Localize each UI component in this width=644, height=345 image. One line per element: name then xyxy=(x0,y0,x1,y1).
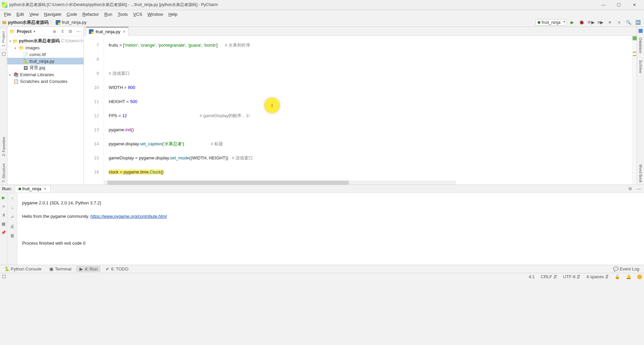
marker-strip[interactable] xyxy=(632,36,637,185)
status-bar: ☐ 4:1 CRLF ⇵ UTF-8 ⇵ 4 spaces ⇵ 🔓 🔔 xyxy=(0,273,644,280)
code-area[interactable]: 78910111213141516 fruits = ['melon', 'or… xyxy=(84,36,637,185)
run-down-button[interactable]: ↓ xyxy=(9,204,15,210)
db-icon[interactable] xyxy=(639,29,643,33)
h-scroll-thumb[interactable] xyxy=(107,181,349,185)
editor-tab-close[interactable]: ✕ xyxy=(122,30,125,34)
right-tab-database[interactable]: Database xyxy=(638,36,643,55)
debug-button[interactable]: 🐞 xyxy=(578,18,586,27)
menu-code[interactable]: Code xyxy=(64,11,80,17)
window-maximize[interactable]: ☐ xyxy=(611,0,627,10)
menu-view[interactable]: View xyxy=(26,11,41,17)
translate-button[interactable]: 🔤 xyxy=(634,18,642,27)
h-scrollbar[interactable] xyxy=(104,181,456,185)
project-hide-icon[interactable]: ― xyxy=(75,29,82,34)
tree-file-fruit-ninja[interactable]: 🐍fruit_ninja.py xyxy=(7,58,84,64)
tree-file-bg[interactable]: 🖼背景.jpg xyxy=(7,64,84,71)
tree-scratches[interactable]: 📋Scratches and Consoles xyxy=(7,78,84,85)
status-eol[interactable]: CRLF ⇵ xyxy=(541,274,557,279)
menu-window[interactable]: Window xyxy=(145,11,166,17)
term-icon: ▣ xyxy=(49,267,54,272)
menu-navigate[interactable]: Navigate xyxy=(41,11,64,17)
bottom-tab-terminal[interactable]: ▣Terminal xyxy=(46,266,74,272)
menu-tools[interactable]: Tools xyxy=(115,11,130,17)
coverage-button[interactable]: ⟳▶ xyxy=(587,18,595,27)
search-button[interactable]: 🔍 xyxy=(625,18,633,27)
run-config-dropdown[interactable]: fruit_ninja xyxy=(535,19,567,26)
svg-rect-5 xyxy=(91,32,94,34)
breadcrumb-sep: 〉 xyxy=(50,19,54,26)
breadcrumb-root[interactable]: python水果忍者源码 xyxy=(8,19,49,26)
todo-icon: ✔ xyxy=(105,267,110,272)
right-tab-sciview[interactable]: SciView xyxy=(638,58,643,75)
window-minimize[interactable]: ― xyxy=(596,0,611,10)
project-tree: ▾ 📁 python水果忍者源码 C:\Users\小 ▸📁images 📄co… xyxy=(7,36,84,185)
run-button[interactable]: ▶ xyxy=(568,18,576,27)
tree-root[interactable]: ▾ 📁 python水果忍者源码 C:\Users\小 xyxy=(7,38,84,44)
left-tab-structure[interactable]: 7: Structure xyxy=(1,161,6,185)
editor-tab[interactable]: fruit_ninja.py ✕ xyxy=(86,27,128,36)
attach-button[interactable]: ≡ xyxy=(606,18,614,27)
breadcrumb-file[interactable]: fruit_ninja.py xyxy=(62,20,87,25)
menu-help[interactable]: Help xyxy=(166,11,180,17)
project-settings-icon[interactable]: ⚙ xyxy=(67,29,73,34)
menu-refactor[interactable]: Refactor xyxy=(80,11,102,17)
stop-button[interactable]: ■ xyxy=(615,18,623,27)
tree-file-comic[interactable]: 📄comic.ttf xyxy=(7,51,84,58)
left-tab-icon[interactable] xyxy=(2,52,5,56)
profile-button[interactable]: ≡▶ xyxy=(596,18,604,27)
status-notif-icon[interactable]: 🔔 xyxy=(626,274,631,279)
editor-tabs: fruit_ninja.py ✕ xyxy=(84,27,637,36)
run-pause-button[interactable]: ⏸ xyxy=(1,212,6,218)
run-rerun-button[interactable]: ▶ xyxy=(1,195,6,200)
tree-ext-libs[interactable]: ▸📚External Libraries xyxy=(7,71,84,78)
run-clear-button[interactable]: 🗑 xyxy=(9,233,15,239)
module-icon: 📁 xyxy=(12,38,18,44)
status-icon[interactable]: ☐ xyxy=(2,274,6,279)
run-up-button[interactable]: ↑ xyxy=(9,195,15,201)
status-lock-icon[interactable]: 🔓 xyxy=(615,275,620,279)
project-dropdown-icon[interactable]: ▾ xyxy=(34,30,35,33)
console-output[interactable]: pygame 2.0.1 (SDL 2.0.14, Python 3.7.2)H… xyxy=(17,193,644,265)
bottom-tab-todo[interactable]: ✔6: TODO xyxy=(102,266,131,272)
tree-item-label: comic.ttf xyxy=(30,52,46,57)
bottom-tab-run[interactable]: ▶4: Run xyxy=(76,266,100,272)
menu-file[interactable]: File xyxy=(1,11,14,17)
run-wrap-button[interactable]: ⤶ xyxy=(9,214,15,220)
warning-marker[interactable] xyxy=(633,55,636,56)
window-close[interactable]: ✕ xyxy=(627,0,642,10)
run-hide-icon[interactable]: ― xyxy=(636,186,642,191)
warning-marker[interactable] xyxy=(633,52,636,53)
bottom-bar: 🐍Python Console▣Terminal▶4: Run✔6: TODO … xyxy=(0,265,644,273)
run-pin-button[interactable]: 📌 xyxy=(1,230,6,235)
project-collapse-icon[interactable]: ⥮ xyxy=(59,29,65,34)
status-pos[interactable]: 4:1 xyxy=(529,274,535,279)
run-settings-icon[interactable]: ⚙ xyxy=(627,186,633,191)
cursor-char: I xyxy=(271,103,273,108)
right-tab-wordbook[interactable]: Word Book xyxy=(638,162,643,185)
line-gutter: 78910111213141516 xyxy=(84,36,104,185)
left-tab-favorites[interactable]: 2: Favorites xyxy=(1,135,6,158)
menu-vcs[interactable]: VCS xyxy=(130,11,145,17)
status-gh-icon[interactable] xyxy=(637,275,642,279)
run-layout-button[interactable]: ▦ xyxy=(1,221,6,227)
run-body: ▶ ■ ⏸ ▦ 📌 ↑ ↓ ⤶ 🖨 🗑 pygame 2.0.1 (SDL 2.… xyxy=(0,193,644,265)
menu-run[interactable]: Run xyxy=(102,11,115,17)
menu-bar: FileEditViewNavigateCodeRefactorRunTools… xyxy=(0,10,644,18)
python-file-icon xyxy=(89,29,94,34)
tree-folder-images[interactable]: ▸📁images xyxy=(7,44,84,51)
run-tab-close[interactable]: ✕ xyxy=(43,186,47,191)
editor-tab-label: fruit_ninja.py xyxy=(96,29,120,34)
left-tab-project[interactable]: 1: Project xyxy=(1,29,6,49)
run-tab[interactable]: fruit_ninja ✕ xyxy=(15,185,51,192)
event-log-button[interactable]: 💬 Event Log xyxy=(611,266,642,272)
project-locate-icon[interactable]: ⊕ xyxy=(51,29,57,34)
svg-rect-1 xyxy=(2,21,4,22)
bottom-tab-pythonconsole[interactable]: 🐍Python Console xyxy=(2,266,44,272)
status-enc[interactable]: UTF-8 ⇵ xyxy=(563,274,580,279)
run-print-button[interactable]: 🖨 xyxy=(9,223,15,229)
source-text[interactable]: fruits = ['melon', 'orange', 'pomegranat… xyxy=(104,36,632,185)
menu-edit[interactable]: Edit xyxy=(14,11,26,17)
python-file-icon: 🐍 xyxy=(23,58,28,64)
status-indent[interactable]: 4 spaces ⇵ xyxy=(586,274,609,279)
run-stop-button[interactable]: ■ xyxy=(1,204,6,209)
